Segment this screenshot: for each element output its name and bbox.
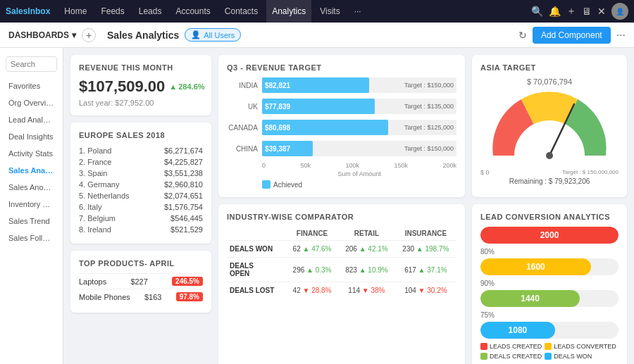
list-item: 1. Poland$6,271,674 <box>79 145 203 156</box>
gauge-top-value: $ 70,076,794 <box>527 77 572 86</box>
q3-revenue-card: Q3 - REVENUE TARGET INDIA $82,821 Target… <box>218 55 465 197</box>
nav-analytics[interactable]: Analytics <box>266 0 311 23</box>
q3-x-axis: 050k100k150k200k <box>227 162 456 169</box>
products-title: TOP PRODUCTS- APRIL <box>79 259 203 268</box>
sidebar-item-favorites[interactable]: Favorites <box>0 77 63 94</box>
table-row: DEALSOPEN 296 ▲ 0.3% 823 ▲ 10.9% 617 ▲ 3… <box>227 258 456 282</box>
gauge-remaining: Remaining : $ 79,923,206 <box>509 177 590 185</box>
sidebar-item-activity-stats[interactable]: Activity Stats <box>0 145 63 162</box>
lead-conversion-title: LEAD CONVERSION ANALYTICS <box>480 213 619 221</box>
bar-row-canada: CANADA $80,698 Target : $125,000 <box>227 120 456 135</box>
avatar[interactable]: 👤 <box>611 3 628 20</box>
more-options-button[interactable]: ··· <box>616 29 626 42</box>
sidebar-item-sales-followup[interactable]: Sales Follow-up T <box>0 230 63 246</box>
list-item: 3. Spain$3,551,238 <box>79 168 203 179</box>
list-item: 6. Italy$1,576,754 <box>79 201 203 213</box>
top-products-card: TOP PRODUCTS- APRIL Laptops $227 246.5% … <box>70 251 211 313</box>
top-navigation: SalesInbox Home Feeds Leads Accounts Con… <box>0 0 634 23</box>
revenue-trend: ▲ 284.6% <box>169 82 204 91</box>
asia-target-card: ASIA TARGET $ 70,076,794 <box>472 55 627 197</box>
sub-nav-actions: ↻ Add Component ··· <box>518 27 626 44</box>
sidebar-item-sales-analytics[interactable]: Sales Analytics <box>0 162 63 179</box>
bar-row-uk: UK $77,839 Target : $135,000 <box>227 99 456 114</box>
dashboards-dropdown[interactable]: DASHBOARDS ▾ <box>8 30 76 40</box>
sidebar-item-inventory-reports[interactable]: Inventory Reports <box>0 196 63 213</box>
bar-row-india: INDIA $82,821 Target : $150,000 <box>227 77 456 93</box>
x-icon[interactable]: ✕ <box>597 6 606 17</box>
sidebar-item-sales-trend[interactable]: Sales Trend <box>0 213 63 230</box>
last-year: Last year: $27,952.00 <box>79 99 203 107</box>
lead-conversion-card: LEAD CONVERSION ANALYTICS 2000 80% 1600 … <box>472 204 627 364</box>
list-item: 7. Belgium$546,445 <box>79 213 203 224</box>
q3-bar-chart: INDIA $82,821 Target : $150,000 UK $77,8… <box>227 77 456 189</box>
q3-x-label: Sum of Amount <box>227 170 456 177</box>
q3-title: Q3 - REVENUE TARGET <box>227 63 456 72</box>
asia-title: ASIA TARGET <box>480 63 619 72</box>
sub-navigation: DASHBOARDS ▾ + Sales Analytics 👤 All Use… <box>0 23 634 48</box>
gauge-container: $ 70,076,794 $ 0 <box>480 77 619 185</box>
logo: SalesInbox <box>6 6 50 16</box>
legend-achieved-dot <box>262 180 271 189</box>
lead-bar-row-1: 2000 <box>480 227 619 244</box>
lead-legend: LEADS CREATED LEADS CONVERTED DEALS CREA… <box>480 343 619 360</box>
gauge-labels: $ 0 Target : $ 150,000,000 <box>480 169 619 176</box>
page-title: Sales Analytics <box>107 30 179 41</box>
nav-home[interactable]: Home <box>58 0 92 23</box>
product-badge-mobiles: 97.8% <box>176 292 203 301</box>
refresh-icon[interactable]: ↻ <box>518 30 527 41</box>
list-item: 8. Ireland$521,529 <box>79 224 203 235</box>
sidebar-item-lead-analytics[interactable]: Lead Analytics <box>0 111 63 128</box>
nav-feeds[interactable]: Feeds <box>95 0 130 23</box>
industry-table: FINANCE RETAIL INSURANCE DEALS WON 62 ▲ … <box>227 227 456 299</box>
sidebar-item-deal-insights[interactable]: Deal Insights <box>0 128 63 145</box>
bar-row-china: CHINA $39,387 Target : $150,000 <box>227 141 456 156</box>
lead-bar-row-3: 1440 <box>480 290 619 307</box>
product-row-laptops: Laptops $227 246.5% <box>79 273 203 289</box>
europe-sales-card: EUROPE SALES 2018 1. Poland$6,271,674 2.… <box>70 123 211 244</box>
column-1: REVENUE THIS MONTH $107,509.00 ▲ 284.6% … <box>70 55 211 364</box>
revenue-amount: $107,509.00 ▲ 284.6% <box>79 77 203 96</box>
monitor-icon[interactable]: 🖥 <box>582 6 592 17</box>
product-badge-laptops: 246.5% <box>172 277 203 286</box>
lead-bar-row-4: 1080 <box>480 322 619 339</box>
europe-title: EUROPE SALES 2018 <box>79 131 203 139</box>
sidebar-search[interactable] <box>6 56 57 72</box>
list-item: 2. France$4,225,827 <box>79 156 203 168</box>
plus-icon[interactable]: ＋ <box>566 5 576 18</box>
sidebar: Favorites Org Overview Lead Analytics De… <box>0 48 63 364</box>
svg-point-2 <box>546 152 553 159</box>
list-item: 5. Netherlands$2,074,651 <box>79 190 203 201</box>
industry-title: INDUSTRY-WISE COMPARATOR <box>227 213 456 221</box>
content-area: REVENUE THIS MONTH $107,509.00 ▲ 284.6% … <box>63 48 634 364</box>
add-component-button[interactable]: Add Component <box>533 27 611 44</box>
sidebar-item-sales-anomalies[interactable]: Sales Anomalies <box>0 179 63 196</box>
nav-contacts[interactable]: Contacts <box>219 0 263 23</box>
revenue-card: REVENUE THIS MONTH $107,509.00 ▲ 284.6% … <box>70 55 211 115</box>
bell-icon[interactable]: 🔔 <box>549 6 561 17</box>
nav-more[interactable]: ··· <box>349 0 367 23</box>
europe-list: 1. Poland$6,271,674 2. France$4,225,827 … <box>79 145 203 235</box>
nav-leads[interactable]: Leads <box>133 0 168 23</box>
all-users-badge[interactable]: 👤 All Users <box>185 28 241 42</box>
industry-comparator-card: INDUSTRY-WISE COMPARATOR FINANCE RETAIL … <box>218 204 465 364</box>
main-layout: Favorites Org Overview Lead Analytics De… <box>0 48 634 364</box>
nav-accounts[interactable]: Accounts <box>170 0 216 23</box>
table-row: DEALS WON 62 ▲ 47.6% 206 ▲ 42.1% 230 ▲ 1… <box>227 241 456 258</box>
gauge-svg <box>483 89 616 166</box>
nav-visits[interactable]: Visits <box>314 0 345 23</box>
sidebar-item-org-overview[interactable]: Org Overview <box>0 94 63 111</box>
product-row-mobiles: Mobile Phones $163 97.8% <box>79 289 203 304</box>
nav-icons: 🔍 🔔 ＋ 🖥 ✕ 👤 <box>531 3 628 20</box>
table-row: DEALS LOST 42 ▼ 28.8% 114 ▼ 38% 104 ▼ 30… <box>227 282 456 299</box>
revenue-title: REVENUE THIS MONTH <box>79 63 203 72</box>
add-dashboard-button[interactable]: + <box>82 28 96 42</box>
lead-bar-row-2: 1600 <box>480 258 619 275</box>
q3-legend: Achieved <box>227 180 456 189</box>
list-item: 4. Germany$2,960,810 <box>79 179 203 190</box>
search-icon[interactable]: 🔍 <box>531 6 543 17</box>
